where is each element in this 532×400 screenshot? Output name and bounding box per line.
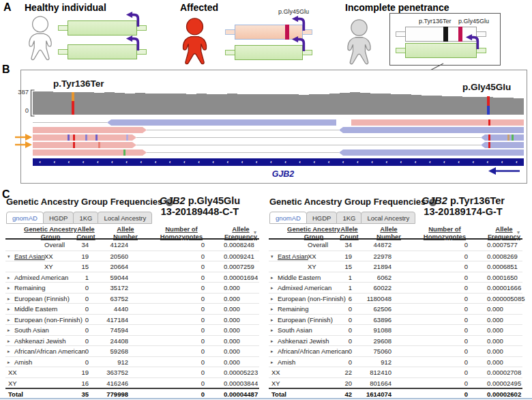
expand-caret-icon[interactable]: ▸ xyxy=(271,357,274,367)
allele-number: 363752 xyxy=(82,367,128,377)
strand-chevron-icon: ‹ xyxy=(284,158,286,166)
table-row: ▸European (non-Finnish)041718400.000 xyxy=(5,314,259,325)
table-row: XX1936375200.00005223 xyxy=(5,367,259,377)
allele-number: 24408 xyxy=(82,336,128,346)
expand-caret-icon[interactable]: ▸ xyxy=(8,336,10,346)
expand-caret-icon[interactable]: ▸ xyxy=(271,325,274,335)
mate-connector xyxy=(147,130,339,130)
allele-number: 62506 xyxy=(345,304,391,314)
allele-frequency: 0.000 xyxy=(487,315,503,325)
strand-chevron-icon: ‹ xyxy=(140,158,142,166)
strand-chevron-icon: ‹ xyxy=(516,158,518,166)
allele-frequency: 0.000 xyxy=(487,325,503,335)
variant-protein: p.Tyr136Ter xyxy=(450,195,505,206)
ancestry-group-name[interactable]: East Asian xyxy=(14,251,45,261)
sex-sub-label: XY xyxy=(44,261,53,272)
sequencing-read xyxy=(33,149,147,156)
allele-number: 6062 xyxy=(345,272,391,283)
expand-caret-icon[interactable]: ▾ xyxy=(8,251,10,261)
allele-frequency: 0.000 xyxy=(224,325,240,335)
expand-caret-icon[interactable]: ▸ xyxy=(8,357,10,367)
coverage-bar xyxy=(452,96,462,115)
expand-caret-icon[interactable]: ▸ xyxy=(8,346,10,356)
variant-gene: GJB2 xyxy=(422,195,447,206)
variant-band-tyr136ter xyxy=(443,27,448,42)
allele-number: 21894 xyxy=(345,261,391,272)
mismatch-mark xyxy=(488,119,490,126)
tab-local-ancestry[interactable]: Local Ancestry xyxy=(361,212,415,224)
ancestry-group-name: South Asian xyxy=(278,325,312,335)
strand-chevron-icon: ‹ xyxy=(155,158,157,166)
expand-caret-icon[interactable]: ▸ xyxy=(8,315,10,325)
strand-chevron-icon: ‹ xyxy=(357,158,359,166)
ancestry-group-name[interactable]: East Asian xyxy=(278,251,308,261)
mismatch-mark xyxy=(488,134,490,141)
ancestry-group-name: Amish xyxy=(14,357,32,367)
homozygote-count: 0 xyxy=(419,315,468,325)
expand-caret-icon[interactable]: ▸ xyxy=(271,346,274,356)
homozygote-count: 0 xyxy=(156,325,205,335)
sort-caret-icon[interactable]: ▾ xyxy=(517,229,520,235)
expand-caret-icon[interactable]: ▸ xyxy=(8,304,10,314)
tab-hgdp[interactable]: HGDP xyxy=(306,212,337,224)
homozygote-count: 0 xyxy=(419,283,468,293)
expand-caret-icon[interactable]: ▸ xyxy=(8,294,10,304)
table-row: Total3577999800.00004487 xyxy=(5,388,259,399)
allele-number: 20560 xyxy=(82,251,128,261)
allele-bar-incomplete-normal xyxy=(396,43,486,58)
strand-chevron-icon: ‹ xyxy=(68,158,70,166)
tab-gnomad[interactable]: gnomAD xyxy=(6,212,44,224)
expand-caret-icon[interactable]: ▸ xyxy=(271,294,274,304)
expand-caret-icon[interactable]: ▸ xyxy=(8,283,10,293)
expand-caret-icon[interactable]: ▸ xyxy=(8,325,10,335)
tab-gnomad[interactable]: gnomAD xyxy=(269,212,307,224)
tab-hgdp[interactable]: HGDP xyxy=(43,212,74,224)
expand-caret-icon[interactable]: ▸ xyxy=(8,272,10,283)
allele-frequency: 0.00001694 xyxy=(224,272,258,283)
allele-number: 20664 xyxy=(82,261,128,272)
coverage-bar xyxy=(411,95,422,115)
allele-number: 63896 xyxy=(345,315,391,325)
strand-chevron-icon: ‹ xyxy=(226,158,228,166)
coverage-bar xyxy=(432,96,442,115)
allele-number: 60022 xyxy=(345,283,391,293)
allele-number: 4440 xyxy=(82,304,128,314)
allele-frequency: 0.00001666 xyxy=(487,283,521,293)
allele-number: 75060 xyxy=(345,346,391,356)
coverage-bar xyxy=(462,97,473,115)
tab-1kg[interactable]: 1KG xyxy=(73,212,98,224)
tab-1kg[interactable]: 1KG xyxy=(336,212,361,224)
coverage-bar xyxy=(319,94,329,115)
table-row: ▾East AsianXX192297800.0008269 xyxy=(269,251,522,261)
coverage-bar xyxy=(278,94,289,115)
tabs: gnomADHGDP1KGLocal Ancestry xyxy=(6,212,151,224)
frequency-table-tyr136ter: Genetic Ancestry Group Frequencies? GJB2… xyxy=(269,195,522,397)
expand-caret-icon[interactable]: ▸ xyxy=(271,283,274,293)
tabs: gnomADHGDP1KGLocal Ancestry xyxy=(269,212,415,224)
variant-heading: GJB2 p.Gly45Glu 13-20189448-C-T xyxy=(142,195,258,217)
allele-number: 63752 xyxy=(82,294,128,304)
variant-line-tyr136ter xyxy=(72,91,74,115)
allele-frequency: 0.000 xyxy=(224,304,240,314)
sequencing-read xyxy=(33,142,136,148)
ancestry-group-name: XX xyxy=(271,367,280,377)
homozygote-count: 0 xyxy=(156,357,205,367)
expand-caret-icon[interactable]: ▾ xyxy=(271,251,274,261)
allele-number: 59044 xyxy=(82,272,128,283)
tab-local-ancestry[interactable]: Local Ancestry xyxy=(98,212,152,224)
expand-caret-icon[interactable]: ▸ xyxy=(271,272,274,283)
variant-gene: GJB2 xyxy=(160,195,186,206)
expand-caret-icon[interactable]: ▸ xyxy=(271,336,274,346)
expand-caret-icon[interactable]: ▸ xyxy=(271,304,274,314)
allele-frequency: 0.000 xyxy=(487,346,503,356)
ancestry-group-name: XX xyxy=(8,367,17,377)
expand-caret-icon[interactable]: ▸ xyxy=(271,315,274,325)
homozygote-count: 0 xyxy=(419,378,468,388)
variant-heading: GJB2 p.Tyr136Ter 13-20189174-G-T xyxy=(405,195,521,217)
sort-caret-icon[interactable]: ▾ xyxy=(254,229,256,235)
coverage-bar xyxy=(340,93,350,115)
coverage-bar xyxy=(473,97,483,115)
coverage-bar xyxy=(186,94,196,115)
incomplete-title: Incomplete penetrance xyxy=(345,2,449,13)
allele-number: 812410 xyxy=(345,367,391,377)
